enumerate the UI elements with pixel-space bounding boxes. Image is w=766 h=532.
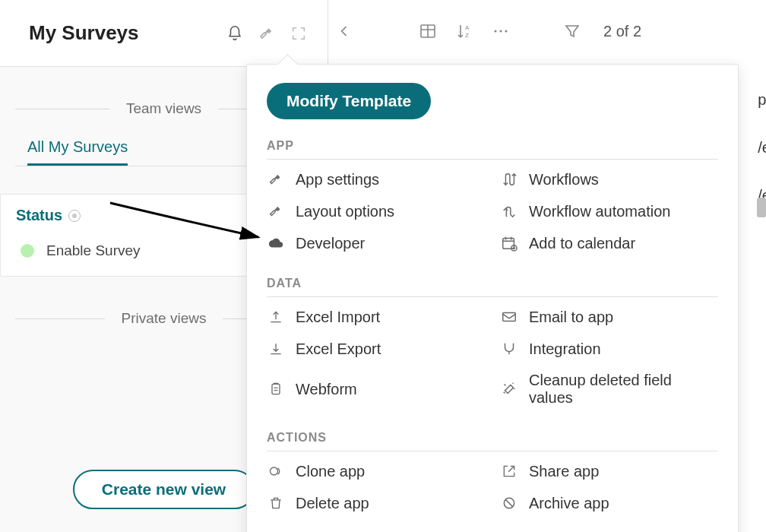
sort-az-icon[interactable]: AZ: [454, 21, 474, 41]
status-swatch-icon: [21, 244, 34, 258]
status-label: Status: [16, 207, 62, 224]
automation-icon: [500, 202, 518, 220]
menu-item-workflows[interactable]: Workflows: [500, 166, 718, 193]
wrench-icon: [267, 170, 285, 188]
svg-text:Z: Z: [465, 32, 469, 39]
main-area: AZ 2 of 2 pt /e /e Modify Template APP: [328, 0, 766, 532]
svg-point-4: [499, 30, 502, 32]
status-item-label: Enable Survey: [46, 242, 141, 259]
menu-item-archive-app[interactable]: Archive app: [500, 489, 718, 517]
svg-point-5: [505, 30, 507, 32]
menu-item-workflow-automation[interactable]: Workflow automation: [500, 198, 718, 225]
sidebar-header: My Surveys: [0, 0, 328, 67]
cloud-icon: [267, 234, 285, 252]
sparkle-icon: [500, 380, 518, 398]
status-indicator-icon: [68, 210, 81, 222]
section-label-app: APP: [267, 139, 718, 160]
create-new-view-button[interactable]: Create new view: [73, 470, 255, 509]
upload-icon: [267, 308, 285, 326]
expand-icon[interactable]: [290, 24, 308, 43]
envelope-icon: [500, 308, 518, 326]
svg-point-3: [494, 30, 496, 32]
wrench-icon[interactable]: [258, 24, 276, 43]
svg-point-10: [271, 467, 278, 475]
table-icon[interactable]: [418, 21, 438, 41]
share-icon: [500, 462, 518, 480]
modify-template-button[interactable]: Modify Template: [267, 83, 431, 119]
menu-item-share-app[interactable]: Share app: [500, 458, 718, 485]
svg-rect-8: [503, 313, 516, 321]
calendar-add-icon: [500, 234, 518, 252]
section-label-actions: ACTIONS: [267, 431, 718, 451]
section-label-data: DATA: [267, 277, 718, 297]
svg-rect-6: [503, 239, 514, 249]
scrollbar-thumb[interactable]: [757, 198, 766, 217]
view-tab-all-my-surveys[interactable]: All My Surveys: [27, 138, 128, 166]
filter-icon[interactable]: [562, 21, 582, 41]
menu-item-integration[interactable]: Integration: [500, 335, 718, 363]
svg-text:A: A: [465, 24, 470, 31]
menu-item-webform[interactable]: Webform: [267, 367, 485, 411]
workflows-icon: [500, 170, 518, 188]
menu-item-layout-options[interactable]: Layout options: [267, 198, 485, 225]
menu-item-add-to-calendar[interactable]: Add to calendar: [500, 230, 718, 257]
svg-rect-9: [272, 384, 280, 394]
bell-icon[interactable]: [226, 24, 244, 43]
trash-icon: [267, 494, 285, 512]
menu-item-excel-import[interactable]: Excel Import: [267, 303, 485, 331]
menu-item-clone-app[interactable]: Clone app: [267, 458, 485, 485]
menu-item-developer[interactable]: Developer: [267, 230, 485, 257]
menu-item-excel-export[interactable]: Excel Export: [267, 335, 485, 363]
page-title: My Surveys: [29, 21, 226, 45]
record-counter: 2 of 2: [603, 23, 641, 40]
prohibit-icon: [500, 494, 518, 512]
more-icon[interactable]: [491, 21, 511, 41]
settings-panel: Modify Template APP App settings Workflo…: [246, 64, 739, 532]
download-icon: [267, 340, 285, 358]
toolbar: AZ 2 of 2: [328, 0, 766, 56]
back-icon[interactable]: [334, 21, 354, 41]
menu-item-email-to-app[interactable]: Email to app: [500, 303, 718, 331]
menu-item-cleanup-deleted[interactable]: Cleanup deleted field values: [500, 367, 718, 411]
clone-icon: [267, 462, 285, 480]
menu-item-delete-app[interactable]: Delete app: [267, 489, 485, 517]
integration-icon: [500, 340, 518, 358]
menu-item-app-settings[interactable]: App settings: [267, 166, 485, 193]
clipboard-icon: [267, 380, 285, 398]
wrench-icon: [267, 202, 285, 220]
